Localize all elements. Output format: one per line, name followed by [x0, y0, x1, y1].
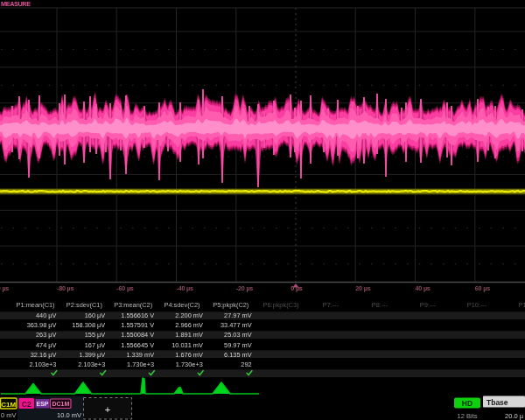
svg-text:-40 µs: -40 µs: [177, 284, 194, 292]
svg-text:59.97 mV: 59.97 mV: [224, 341, 252, 349]
svg-text:+: +: [105, 404, 110, 415]
svg-text:1.730e+3: 1.730e+3: [127, 360, 154, 368]
svg-text:6.135 mV: 6.135 mV: [224, 351, 252, 359]
svg-text:155 µV: 155 µV: [85, 331, 106, 339]
svg-text:33.477 mV: 33.477 mV: [220, 321, 252, 329]
svg-text:P10:---: P10:---: [467, 301, 487, 309]
svg-text:P4:sdev(C2): P4:sdev(C2): [164, 301, 200, 309]
svg-text:32.16 µV: 32.16 µV: [31, 351, 57, 359]
svg-text:C1M: C1M: [1, 401, 16, 409]
svg-text:P7:---: P7:---: [323, 301, 340, 309]
svg-text:1.557591 V: 1.557591 V: [121, 321, 154, 329]
svg-text:160 µV: 160 µV: [85, 312, 106, 319]
svg-text:HD: HD: [462, 399, 472, 408]
svg-text:P3:mean(C2): P3:mean(C2): [114, 301, 152, 309]
svg-text:1.676 mV: 1.676 mV: [175, 351, 203, 359]
svg-text:2.103e+3: 2.103e+3: [78, 360, 105, 368]
svg-text:-20 µs: -20 µs: [236, 284, 254, 292]
svg-text:0 mV: 0 mV: [1, 411, 17, 419]
svg-text:1.556616 V: 1.556616 V: [121, 312, 154, 319]
svg-text:440 µV: 440 µV: [36, 312, 57, 319]
svg-text:10.031 mV: 10.031 mV: [172, 341, 203, 349]
svg-text:1.339 mV: 1.339 mV: [126, 351, 154, 359]
svg-text:-80 µs: -80 µs: [57, 284, 74, 292]
svg-text:Tbase: Tbase: [486, 398, 508, 407]
svg-text:MEASURE: MEASURE: [1, 0, 31, 8]
svg-text:363.98 µV: 363.98 µV: [27, 321, 57, 329]
svg-text:20.0 µ: 20.0 µ: [505, 412, 524, 420]
svg-text:2.103e+3: 2.103e+3: [29, 360, 56, 368]
svg-text:P9:---: P9:---: [420, 301, 437, 309]
svg-text:40 µs: 40 µs: [416, 284, 430, 292]
svg-text:1.730e+3: 1.730e+3: [176, 360, 203, 368]
svg-text:ESP: ESP: [36, 401, 48, 407]
svg-text:1.550084 V: 1.550084 V: [121, 331, 154, 339]
svg-text:60 µs: 60 µs: [475, 284, 490, 292]
svg-text:P6:pkpk(C3): P6:pkpk(C3): [262, 301, 298, 309]
svg-text:167 µV: 167 µV: [85, 341, 106, 349]
svg-text:474 µV: 474 µV: [36, 341, 57, 349]
svg-text:1.891 mV: 1.891 mV: [175, 331, 203, 339]
svg-text:2.966 mV: 2.966 mV: [175, 321, 203, 329]
svg-text:P1:mean(C1): P1:mean(C1): [17, 301, 55, 309]
svg-text:1.556645 V: 1.556645 V: [121, 341, 154, 349]
svg-text:DC1M: DC1M: [52, 401, 69, 407]
svg-text:292: 292: [241, 360, 251, 368]
svg-text:-60 µs: -60 µs: [116, 284, 134, 292]
svg-text:263 µV: 263 µV: [36, 331, 57, 339]
svg-text:20 µs: 20 µs: [355, 284, 370, 292]
svg-text:2.200 mV: 2.200 mV: [175, 312, 203, 319]
svg-text:P5:pkpk(C2): P5:pkpk(C2): [213, 301, 248, 309]
svg-text:C2: C2: [22, 400, 32, 409]
svg-text:1.399 µV: 1.399 µV: [80, 351, 106, 359]
svg-text:12 Bits: 12 Bits: [458, 412, 478, 420]
svg-text:P2:sdev(C1): P2:sdev(C1): [66, 301, 102, 309]
svg-text:10.0 mV: 10.0 mV: [57, 411, 81, 419]
svg-text:-100 µs: -100 µs: [0, 284, 9, 292]
svg-text:158.308 µV: 158.308 µV: [72, 321, 105, 329]
svg-text:27.97 mV: 27.97 mV: [224, 312, 252, 319]
svg-text:P1: P1: [518, 301, 525, 309]
svg-text:P8:---: P8:---: [372, 301, 388, 309]
svg-text:25.03 mV: 25.03 mV: [224, 331, 252, 339]
